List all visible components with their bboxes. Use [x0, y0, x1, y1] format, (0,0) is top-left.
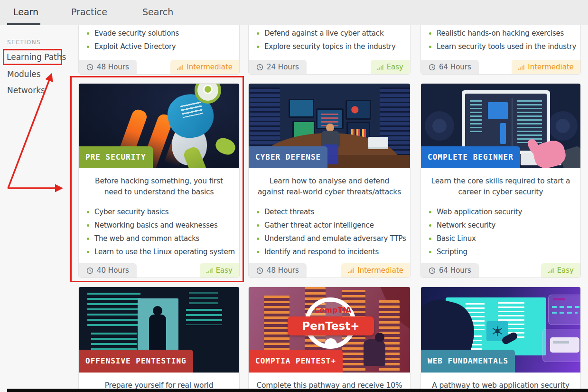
- path-card-offensive-pentesting[interactable]: OFFENSIVE PENTESTING Prepare yourself fo…: [78, 287, 240, 392]
- bullet-item: Evade security solutions: [84, 29, 236, 38]
- illustration-shape: [345, 100, 371, 120]
- sidebar-item-learning-paths[interactable]: Learning Paths: [7, 52, 66, 62]
- complete-beginner-illustration: COMPLETE BEGINNER: [421, 84, 580, 168]
- illustration-shape: [425, 111, 454, 141]
- bullet-list: Detect threats Gather threat actor intel…: [249, 208, 410, 256]
- tab-learn[interactable]: Learn: [13, 7, 38, 17]
- illustration-shape: [432, 119, 447, 133]
- bullet-item: Basic Linux: [427, 234, 578, 243]
- difficulty-badge: Easy: [371, 60, 410, 74]
- illustration-shape: [87, 293, 140, 327]
- comptia-pentest-illustration: CompTIA PenTest+ COMPTIA PENTEST+: [249, 287, 410, 373]
- bullet-item: The web and common attacks: [84, 234, 236, 243]
- path-description: Before hacking something, you first need…: [85, 176, 233, 198]
- sidebar-item-networks[interactable]: Networks: [7, 86, 45, 95]
- signal-bars-icon: [377, 65, 383, 70]
- learn-page: Learn Practice Search SECTIONS Learning …: [0, 0, 588, 392]
- clock-icon: [256, 267, 263, 274]
- path-description: Learn the core skills required to start …: [428, 176, 574, 198]
- illustration-shape: [321, 344, 340, 346]
- illustration-shape: [517, 100, 542, 143]
- path-card-comptia-pentest[interactable]: CompTIA PenTest+ COMPTIA PENTEST+ Comple…: [248, 287, 411, 392]
- path-description: Learn how to analyse and defend against …: [255, 176, 403, 198]
- difficulty-badge: Intermediate: [512, 60, 580, 74]
- pre-security-illustration: PRE SECURITY: [79, 84, 239, 168]
- bullet-item: Identify and respond to incidents: [254, 248, 407, 256]
- bullet-list: Defend against a live cyber attack Explo…: [249, 29, 410, 51]
- path-card-partial-1[interactable]: Evade security solutions Exploit Active …: [78, 25, 240, 75]
- bullet-item: Scripting: [427, 248, 578, 256]
- illustration-shape: [470, 100, 482, 134]
- hours-chip: 24 Hours: [249, 60, 307, 74]
- bullet-item: Exploit Active Directory: [84, 42, 236, 51]
- illustration-shape: [488, 102, 508, 119]
- hours-label: 48 Hours: [97, 63, 129, 71]
- illustration-shape: [500, 123, 506, 144]
- illustration-shape: [364, 339, 385, 366]
- bullet-item: Explore security topics in the industry: [254, 42, 407, 51]
- signal-bars-icon: [206, 268, 213, 273]
- clock-icon: [86, 267, 93, 274]
- illustration-shape: [375, 333, 384, 342]
- bullet-item: Networking basics and weaknesses: [84, 221, 236, 229]
- signal-bars-icon: [518, 65, 524, 70]
- sidebar-item-modules[interactable]: Modules: [7, 69, 41, 79]
- illustration-shape: [550, 337, 579, 353]
- difficulty-badge: Easy: [200, 263, 239, 277]
- bullet-item: Detect threats: [254, 208, 407, 216]
- difficulty-badge: Intermediate: [170, 60, 239, 74]
- signal-bars-icon: [548, 268, 554, 273]
- hours-label: 40 Hours: [97, 266, 129, 275]
- path-title-band: COMPLETE BEGINNER: [421, 146, 520, 168]
- bullet-item: Learn to use the Linux operating system: [84, 248, 236, 256]
- offensive-pentesting-illustration: OFFENSIVE PENTESTING: [79, 287, 239, 373]
- bullet-item: Defend against a live cyber attack: [254, 29, 407, 38]
- hours-chip: 64 Hours: [421, 60, 479, 74]
- cyber-defense-illustration: CYBER DEFENSE: [249, 84, 410, 168]
- path-card-partial-2[interactable]: Defend against a live cyber attack Explo…: [248, 25, 411, 75]
- illustration-shape: [289, 99, 314, 118]
- bullet-item: Understand and emulate adversary TTPs: [254, 234, 407, 243]
- tab-search[interactable]: Search: [142, 7, 173, 17]
- top-navbar: Learn Practice Search: [0, 0, 588, 25]
- comptia-brand-text: CompTIA: [314, 306, 348, 315]
- hours-chip: 48 Hours: [79, 60, 137, 74]
- path-title-band: PRE SECURITY: [79, 146, 153, 168]
- illustration-shape: [552, 312, 578, 314]
- bullet-item: Realistic hands-on hacking exercises: [427, 29, 578, 38]
- path-card-pre-security[interactable]: PRE SECURITY Before hacking something, y…: [78, 83, 240, 278]
- difficulty-label: Easy: [216, 266, 233, 275]
- clock-icon: [429, 267, 436, 274]
- hours-chip: 48 Hours: [249, 263, 307, 277]
- path-card-partial-3[interactable]: Realistic hands-on hacking exercises Lea…: [420, 25, 581, 75]
- difficulty-badge: Intermediate: [341, 263, 410, 277]
- bullet-item: Learn security tools used in the industr…: [427, 42, 578, 51]
- illustration-shape: [186, 309, 222, 325]
- hours-chip: 64 Hours: [421, 263, 479, 277]
- bullet-item: Gather threat actor intelligence: [254, 221, 407, 229]
- bullet-item: Web application security: [427, 208, 578, 216]
- comptia-product-ribbon: PenTest+: [288, 316, 374, 335]
- web-fundamentals-illustration: WEB FUNDAMENTALS: [421, 287, 580, 373]
- path-title-band: CYBER DEFENSE: [249, 146, 327, 168]
- bottom-black-bar: [7, 389, 588, 392]
- illustration-shape: [203, 85, 213, 94]
- hours-label: 24 Hours: [267, 63, 299, 71]
- hours-label: 48 Hours: [267, 266, 299, 275]
- clock-icon: [256, 64, 263, 71]
- difficulty-label: Easy: [387, 63, 403, 71]
- hours-chip: 40 Hours: [79, 263, 137, 277]
- tab-practice[interactable]: Practice: [71, 7, 107, 17]
- illustration-shape: [548, 111, 578, 141]
- path-card-web-fundamentals[interactable]: WEB FUNDAMENTALS A pathway to web applic…: [420, 287, 581, 392]
- illustration-shape: [552, 306, 580, 308]
- illustration-shape: [553, 298, 565, 300]
- path-title-band: OFFENSIVE PENTESTING: [79, 350, 193, 373]
- path-card-cyber-defense[interactable]: CYBER DEFENSE Learn how to analyse and d…: [248, 83, 411, 278]
- bullet-list: Realistic hands-on hacking exercises Lea…: [421, 29, 580, 51]
- illustration-shape: [189, 292, 218, 306]
- illustration-shape: [368, 137, 388, 149]
- illustration-shape: [213, 135, 237, 157]
- path-card-complete-beginner[interactable]: COMPLETE BEGINNER Learn the core skills …: [420, 83, 581, 278]
- bullet-item: Cyber security basics: [84, 208, 236, 216]
